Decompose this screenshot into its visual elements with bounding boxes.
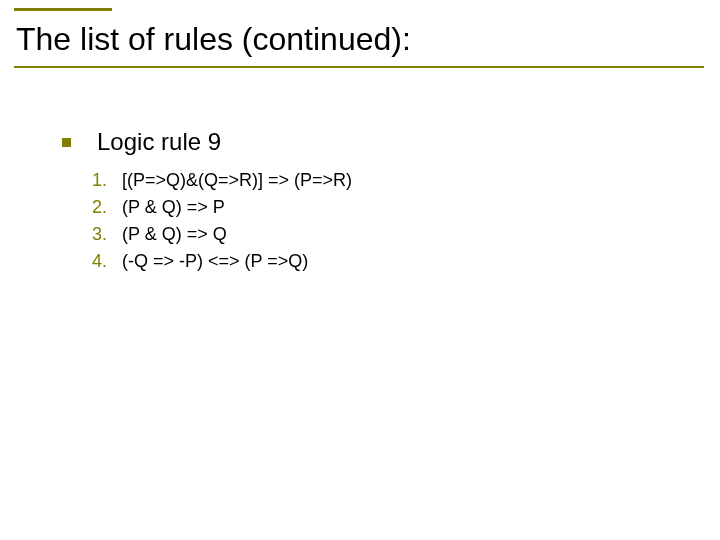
title-top-rule	[14, 8, 112, 11]
title-block: The list of rules (continued):	[14, 8, 704, 68]
list-item-text: (-Q => -P) <=> (P =>Q)	[122, 251, 308, 272]
list-item: 3. (P & Q) => Q	[92, 224, 352, 245]
bullet-row: Logic rule 9	[62, 128, 221, 156]
list-item-number: 3.	[92, 224, 122, 245]
title-bottom-rule	[14, 66, 704, 68]
list-item-number: 4.	[92, 251, 122, 272]
list-item-text: [(P=>Q)&(Q=>R)] => (P=>R)	[122, 170, 352, 191]
numbered-list: 1. [(P=>Q)&(Q=>R)] => (P=>R) 2. (P & Q) …	[92, 170, 352, 278]
list-item: 2. (P & Q) => P	[92, 197, 352, 218]
list-item: 1. [(P=>Q)&(Q=>R)] => (P=>R)	[92, 170, 352, 191]
list-item: 4. (-Q => -P) <=> (P =>Q)	[92, 251, 352, 272]
list-item-text: (P & Q) => P	[122, 197, 225, 218]
list-item-number: 1.	[92, 170, 122, 191]
list-item-text: (P & Q) => Q	[122, 224, 227, 245]
bullet-label: Logic rule 9	[97, 128, 221, 156]
square-bullet-icon	[62, 138, 71, 147]
slide: The list of rules (continued): Logic rul…	[0, 0, 720, 540]
list-item-number: 2.	[92, 197, 122, 218]
slide-title: The list of rules (continued):	[16, 21, 704, 58]
